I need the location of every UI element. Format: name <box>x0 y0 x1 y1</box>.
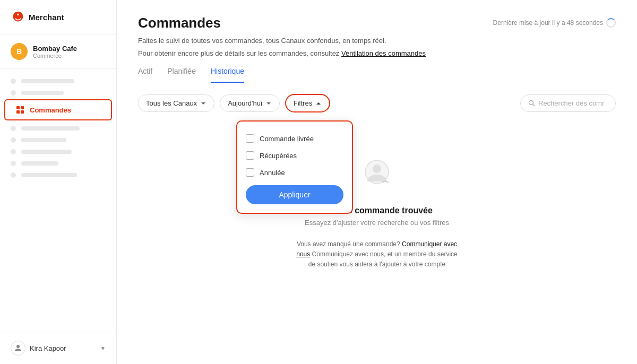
nav-placeholder-bar <box>21 173 77 177</box>
loading-spinner <box>606 18 616 28</box>
tab-historique[interactable]: Historique <box>211 67 244 83</box>
app-name: Merchant <box>29 13 64 22</box>
merchant-info: Bombay Cafe Commerce <box>33 45 77 59</box>
checkbox-annulee[interactable] <box>246 168 254 177</box>
channel-filter[interactable]: Tous les Canaux <box>138 94 214 112</box>
page-content: Tous les Canaux Aujourd'hui Filtres <box>117 83 637 364</box>
empty-subtitle: Essayez d'ajuster votre recherche ou vos… <box>305 219 449 227</box>
page-subtitle-1: Faites le suivi de toutes vos commandes,… <box>138 36 616 46</box>
empty-help-text: Vous avez manqué une commande? Communiqu… <box>292 239 462 270</box>
tab-planifiee[interactable]: Planifiée <box>167 67 196 83</box>
nav-placeholder-bar <box>21 150 72 154</box>
page-title: Commandes <box>138 15 221 31</box>
chevron-down-icon: ▼ <box>100 345 106 351</box>
nav-placeholder-bar <box>21 138 66 142</box>
search-placeholder: Rechercher des comr <box>538 99 604 107</box>
merchant-profile[interactable]: B Bombay Cafe Commerce <box>0 34 116 69</box>
header-top: Commandes Dernière mise à jour il y a 48… <box>138 15 616 31</box>
nav-placeholder-icon <box>11 137 16 143</box>
nav-placeholder-bar <box>21 79 74 83</box>
last-updated-text: Dernière mise à jour il y a 48 secondes <box>493 19 603 27</box>
nav-placeholder-icon <box>11 79 16 84</box>
nav-placeholder-icon <box>11 126 16 131</box>
user-avatar <box>11 341 25 356</box>
main-content: Commandes Dernière mise à jour il y a 48… <box>117 0 637 364</box>
merchant-type: Commerce <box>33 53 77 59</box>
apply-button[interactable]: Appliquer <box>246 185 343 204</box>
svg-rect-2 <box>16 110 20 114</box>
svg-line-6 <box>533 105 535 107</box>
nav-placeholder-bar <box>21 161 58 166</box>
svg-point-5 <box>529 101 533 105</box>
sidebar-item-commandes[interactable]: Commandes <box>4 99 112 120</box>
svg-rect-1 <box>21 106 24 109</box>
chevron-down-icon <box>200 100 206 107</box>
breakdown-link[interactable]: Ventilation des commandes <box>341 49 426 57</box>
date-filter-label: Aujourd'hui <box>228 99 262 107</box>
filter-option-annulee[interactable]: Annulée <box>246 164 343 181</box>
doordash-logo-icon <box>11 10 25 24</box>
filter-option-commande-livree[interactable]: Commande livrée <box>246 130 343 147</box>
merchant-avatar: B <box>11 43 28 60</box>
filter-dropdown-popup: Commande livrée Récupérées Annulée Appli… <box>236 120 353 214</box>
checkbox-commande-livree[interactable] <box>246 134 254 143</box>
svg-point-4 <box>16 345 20 348</box>
filtres-label: Filtres <box>294 99 312 107</box>
sidebar-header: Merchant <box>0 0 116 34</box>
help-text-2: Communiquez avec nous, et un membre du s… <box>308 250 458 268</box>
checkbox-recuperees[interactable] <box>246 151 254 160</box>
search-box[interactable]: Rechercher des comr <box>520 94 616 112</box>
page-header: Commandes Dernière mise à jour il y a 48… <box>117 0 637 83</box>
chevron-up-icon <box>315 100 322 107</box>
nav-placeholder-icon <box>11 161 16 166</box>
filtres-button[interactable]: Filtres <box>285 94 330 112</box>
chevron-down-icon <box>265 100 272 107</box>
nav-placeholder-bar <box>21 91 64 95</box>
sidebar-footer[interactable]: Kira Kapoor ▼ <box>0 332 116 364</box>
tabs-bar: Actif Planifiée Historique <box>138 67 616 83</box>
merchant-name: Bombay Cafe <box>33 45 77 53</box>
nav-placeholder-icon <box>11 90 16 96</box>
help-text-1: Vous avez manqué une commande? <box>297 240 400 248</box>
user-name: Kira Kapoor <box>30 344 96 352</box>
filter-option-label: Commande livrée <box>260 135 314 143</box>
sidebar-nav: Commandes <box>0 69 116 332</box>
filter-option-recuperees[interactable]: Récupérées <box>246 147 343 164</box>
doordash-logo[interactable]: Merchant <box>11 10 64 24</box>
channel-filter-label: Tous les Canaux <box>146 99 197 107</box>
nav-placeholder-icon <box>11 149 16 154</box>
empty-illustration <box>356 155 398 197</box>
tab-actif[interactable]: Actif <box>138 67 152 83</box>
filter-option-label: Récupérées <box>260 152 297 160</box>
filters-bar: Tous les Canaux Aujourd'hui Filtres <box>138 94 616 112</box>
svg-point-8 <box>373 164 381 173</box>
nav-placeholder-bar <box>21 126 80 131</box>
svg-rect-3 <box>21 110 24 114</box>
filter-option-label: Annulée <box>260 169 285 177</box>
page-subtitle-2: Pour obtenir encore plus de détails sur … <box>138 48 616 59</box>
sidebar-item-label: Commandes <box>30 106 71 114</box>
commandes-icon <box>16 106 24 114</box>
empty-state: Aucune commande trouvée Essayez d'ajuste… <box>138 123 616 291</box>
nav-placeholder-icon <box>11 172 16 178</box>
search-icon <box>528 100 535 107</box>
svg-rect-0 <box>16 106 20 109</box>
date-filter[interactable]: Aujourd'hui <box>220 94 280 112</box>
last-updated: Dernière mise à jour il y a 48 secondes <box>493 18 616 28</box>
sidebar: Merchant B Bombay Cafe Commerce <box>0 0 117 364</box>
